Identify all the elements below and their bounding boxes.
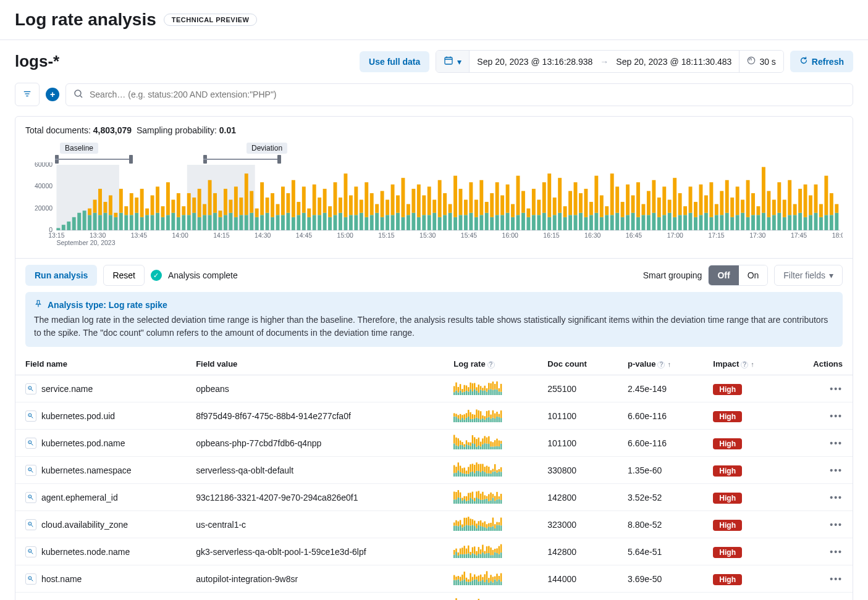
calendar-button[interactable]: ▾ [436,51,470,72]
baseline-brush-label[interactable]: Baseline [60,143,98,154]
svg-rect-200 [553,215,557,230]
svg-rect-182 [506,213,510,230]
refresh-interval-button[interactable]: 30 s [739,51,783,72]
table-row[interactable]: tagent.ephemeral_id 93c12186-3321-4207-9… [15,484,853,511]
cell-log-rate [444,538,537,565]
svg-rect-348 [466,391,467,395]
svg-rect-155 [432,200,436,213]
svg-text:20000: 20000 [35,205,53,212]
svg-rect-463 [478,438,479,446]
search-input[interactable] [90,90,845,99]
row-actions-button[interactable]: ••• [830,411,843,421]
svg-rect-150 [422,215,426,230]
svg-rect-439 [453,435,455,443]
add-filter-button[interactable]: + [46,88,59,101]
impact-badge: High [713,547,742,558]
svg-rect-88 [260,215,264,230]
log-rate-chart[interactable]: 020000400006000013:1513:3013:4514:0014:1… [25,162,843,249]
string-field-icon: t [25,438,36,449]
svg-rect-368 [486,392,487,395]
row-actions-button[interactable]: ••• [830,520,843,530]
col-impact[interactable]: Impact?↑ [703,353,786,375]
svg-rect-569 [482,492,484,500]
svg-rect-201 [553,198,557,215]
svg-rect-100 [292,217,295,230]
toggle-on[interactable]: On [739,265,768,285]
svg-rect-118 [339,213,342,230]
svg-rect-225 [615,186,619,212]
cell-field-value: gk3-serverless-qa-oblt-pool-1-59ce1e3d-6… [186,538,444,565]
row-actions-button[interactable]: ••• [830,574,843,584]
svg-rect-280 [762,213,765,230]
date-range-display[interactable]: Sep 20, 2023 @ 13:16:28.938 → Sep 20, 20… [470,51,739,72]
svg-rect-134 [381,217,384,230]
row-actions-button[interactable]: ••• [830,438,843,448]
run-analysis-button[interactable]: Run analysis [25,265,97,286]
filter-fields-button[interactable]: Filter fields ▾ [774,265,843,286]
row-actions-button[interactable]: ••• [830,547,843,557]
table-row[interactable]: tkubernetes.namespace serverless-qa-oblt… [15,457,853,484]
smart-grouping-toggle[interactable]: Off On [708,265,768,286]
svg-rect-69 [208,180,212,215]
string-field-icon: t [25,465,36,476]
col-doc-count[interactable]: Doc count [537,353,618,375]
svg-rect-223 [610,173,614,215]
svg-rect-337 [453,386,455,393]
svg-rect-16 [56,228,60,230]
cell-doc-count: 101100 [537,430,618,457]
table-row[interactable]: tcloud.availability_zone us-central1-c 3… [15,511,853,538]
svg-rect-713 [474,580,475,585]
svg-rect-461 [476,439,478,446]
row-actions-button[interactable]: ••• [830,465,843,475]
svg-rect-352 [470,389,471,395]
row-actions-button[interactable]: ••• [830,493,843,502]
cell-log-rate [444,484,537,511]
svg-rect-444 [460,445,461,449]
table-row[interactable]: tkubernetes.pod.name opbeans-php-77cbd7f… [15,430,853,457]
deviation-brush-label[interactable]: Deviation [246,143,287,154]
string-field-icon: t [25,546,36,557]
svg-rect-239 [652,180,655,213]
svg-rect-48 [156,213,159,230]
col-field-value[interactable]: Field value [186,353,444,375]
svg-rect-103 [297,202,300,215]
svg-rect-347 [464,385,465,392]
svg-rect-132 [375,213,379,230]
svg-rect-308 [835,213,838,230]
svg-rect-218 [600,217,604,230]
baseline-span[interactable] [55,159,129,160]
col-p-value[interactable]: p-value?↑ [618,353,703,375]
col-field-name[interactable]: Field name [15,353,186,375]
deviation-span[interactable] [203,159,277,160]
reset-button[interactable]: Reset [103,265,145,286]
search-input-wrap[interactable] [65,83,853,106]
cell-log-rate [444,511,537,538]
svg-rect-377 [494,384,495,390]
table-row[interactable]: thost.name autopilot-integration-9w8sr 1… [15,565,853,593]
cell-impact: High [703,484,786,511]
refresh-button[interactable]: Refresh [790,51,853,72]
table-row[interactable]: tkubernetes.node.name gk3-serverless-qa-… [15,538,853,565]
svg-rect-277 [751,193,755,215]
svg-rect-275 [746,180,750,217]
svg-rect-560 [474,501,475,504]
toggle-off[interactable]: Off [709,265,738,285]
svg-rect-478 [494,446,495,449]
row-actions-button[interactable]: ••• [830,384,843,394]
string-field-icon: t [25,492,36,503]
svg-rect-382 [500,392,502,395]
table-row[interactable]: tagent.name autopilot-integration-9w8sr … [15,593,853,601]
filter-button[interactable] [15,83,40,106]
svg-rect-393 [460,420,461,422]
svg-rect-483 [499,440,500,446]
cell-doc-count: 323000 [537,511,618,538]
filter-icon [23,90,32,100]
total-docs-value: 4,803,079 [93,125,132,135]
svg-rect-634 [497,522,498,525]
svg-rect-405 [472,419,473,422]
use-full-data-button[interactable]: Use full data [360,51,429,72]
table-row[interactable]: tservice.name opbeans 255100 2.45e-149 H… [15,375,853,402]
table-row[interactable]: tkubernetes.pod.uid 8f975d49-8f67-475c-8… [15,402,853,430]
svg-rect-498 [462,468,463,473]
col-log-rate[interactable]: Log rate? [444,353,537,375]
